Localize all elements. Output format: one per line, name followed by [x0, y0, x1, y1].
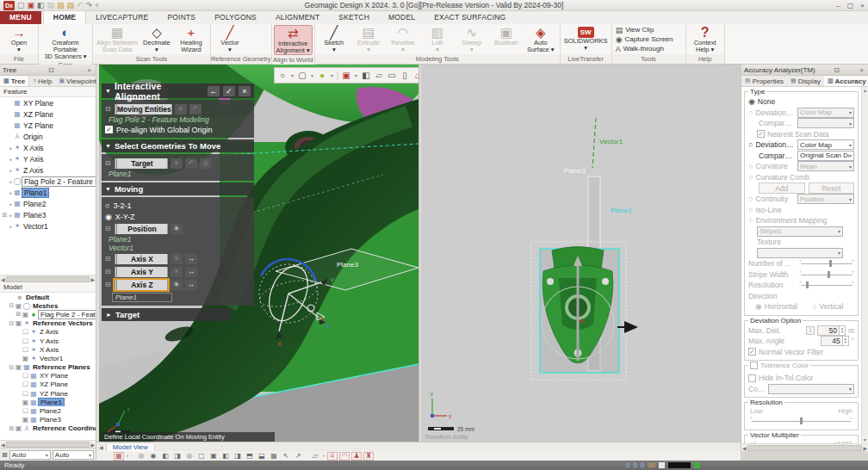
- flip-axis-icon[interactable]: ↔: [185, 280, 197, 290]
- import-scan-icon[interactable]: ▨: [67, 1, 75, 10]
- model-ref-coordinates[interactable]: ⊞ ▣ ⅄ Reference Coordinates: [0, 424, 96, 433]
- view-back-icon[interactable]: ▣: [208, 452, 219, 461]
- feature-y-axis[interactable]: ● ✶ Y Axis: [0, 153, 96, 164]
- pin-icon[interactable]: ⊡: [46, 66, 56, 74]
- app-logo[interactable]: Dx: [3, 1, 15, 10]
- method-xyz-radio[interactable]: ◉X-Y-Z: [105, 211, 251, 222]
- visibility-checkbox[interactable]: ▣: [22, 399, 29, 406]
- capture-screen-button[interactable]: ◉Capture Screen: [616, 35, 682, 44]
- ribbon-tab[interactable]: LIVECAPTURE: [86, 11, 158, 24]
- model-plane1[interactable]: ▣ ▦ Plane1: [0, 398, 96, 406]
- tab-scroll-left-icon[interactable]: ◀: [96, 444, 106, 450]
- expand-icon[interactable]: ⊞: [9, 425, 15, 432]
- tab-help[interactable]: ?Help: [29, 76, 55, 86]
- loft-button[interactable]: ▥Loft ▾: [420, 25, 455, 54]
- open-button[interactable]: →Open ▾: [2, 25, 36, 54]
- undo-icon[interactable]: ↶: [77, 1, 84, 10]
- expand-icon[interactable]: ⊞: [16, 311, 22, 318]
- radio-icon[interactable]: ○: [748, 206, 753, 214]
- feature-x-axis[interactable]: ● ✶ X Axis: [0, 142, 96, 153]
- continuity-select[interactable]: Position▾: [797, 194, 854, 204]
- compare-mesh-select[interactable]: Original Scan Data▾: [797, 151, 854, 161]
- filter-select-1[interactable]: Auto▾: [9, 450, 51, 460]
- undo-icon[interactable]: ↶: [189, 104, 202, 114]
- gear-icon[interactable]: ✳: [170, 254, 183, 264]
- radio-icon[interactable]: ◉: [748, 97, 755, 106]
- model-plane2[interactable]: ☐ ▦ Plane2: [0, 406, 96, 415]
- max-angle-spinner[interactable]: 45 ▲▼: [821, 336, 849, 346]
- view-rotate-left-icon[interactable]: ◧: [160, 452, 170, 461]
- close-icon[interactable]: ×: [85, 66, 93, 74]
- healing-wizard-button[interactable]: +Healing Wizard: [174, 25, 208, 54]
- ribbon-tab[interactable]: MODEL: [379, 11, 425, 24]
- seat-icon[interactable]: ♜: [363, 452, 374, 461]
- view-cube-icon[interactable]: ▢: [296, 69, 308, 82]
- avatar-icon[interactable]: ♟: [351, 452, 362, 461]
- ribbon-tab[interactable]: MENU: [0, 11, 41, 24]
- sketch-button[interactable]: ╱Sketch ▾: [317, 25, 351, 54]
- visibility-checkbox[interactable]: ☐: [22, 380, 29, 388]
- creaform-scanners-button[interactable]: ◐Creaform Portable 3D Scanners ▾: [40, 25, 90, 60]
- copy-view-icon[interactable]: ▱: [310, 452, 320, 461]
- target-button[interactable]: Target: [115, 158, 168, 169]
- radio-icon[interactable]: ○: [748, 173, 753, 182]
- visibility-checkbox[interactable]: ▣: [15, 424, 22, 432]
- quickbar-more-icon[interactable]: ▾: [95, 1, 99, 10]
- sweep-button[interactable]: ∿Sweep ▾: [455, 25, 489, 54]
- model-z-axis[interactable]: ☐ ✶ Z Axis: [0, 328, 96, 337]
- ribbon-tab[interactable]: POLYGONS: [205, 11, 266, 24]
- ruler-icon[interactable]: ≡: [327, 452, 338, 461]
- bi-caret[interactable]: ▾: [126, 452, 129, 461]
- right-view-canvas[interactable]: Vector1 Plane3 Plane1: [421, 65, 741, 442]
- model-tree-hscrollbar[interactable]: ◀▶: [0, 440, 96, 448]
- collapse-toggle[interactable]: ⊟: [105, 281, 112, 288]
- sep-1[interactable]: |: [336, 69, 339, 82]
- gear-icon[interactable]: ✳: [170, 158, 183, 169]
- tab-display[interactable]: ▦Display: [787, 76, 824, 86]
- model-xz-plane[interactable]: ☐ ▦ XZ Plane: [0, 380, 96, 389]
- stripe-width-slider[interactable]: ˄˄: [799, 270, 854, 279]
- ribbon-tab[interactable]: ALIGNMENT: [266, 11, 329, 24]
- feature-flag-pole[interactable]: ● ◯ Flag Pole 2 - Feature Mode: [0, 176, 96, 187]
- info-icon[interactable]: i: [806, 326, 815, 335]
- expand-icon[interactable]: ⊞: [2, 212, 8, 219]
- analyzer-vscrollbar[interactable]: ▲ ▼: [861, 87, 868, 443]
- color-select[interactable]: ▾: [768, 384, 854, 394]
- feature-plane3[interactable]: ⊞ ● ▦ Plane3: [0, 209, 96, 220]
- align-between-scan-data-button[interactable]: ▦Align Between Scan Data: [95, 25, 140, 54]
- model-plane3[interactable]: ▣ ▦ Plane3: [0, 416, 96, 424]
- target-collapsed-section[interactable]: ► Target: [102, 308, 231, 321]
- visibility-checkbox[interactable]: ▣: [22, 311, 29, 318]
- deviation-body-select[interactable]: Color Map▾: [797, 108, 854, 118]
- feature-xz-plane[interactable]: ▦ XZ Plane: [0, 108, 96, 120]
- paper-view-icon[interactable]: ▭: [386, 69, 398, 82]
- display-resolution-slider[interactable]: ˄˄: [750, 417, 852, 425]
- expand-icon[interactable]: ⊟: [9, 364, 15, 371]
- view-clip-button[interactable]: ▤View Clip: [616, 26, 682, 34]
- decimate-button[interactable]: ◇Decimate ▾: [140, 25, 174, 54]
- previous-view-icon[interactable]: ↗: [293, 452, 303, 461]
- model-flag-pole[interactable]: ⊞ ▣ ● Flag Pole 2 - Feature M: [0, 310, 96, 318]
- pin-icon[interactable]: ⊡: [832, 66, 841, 74]
- feature-yz-plane[interactable]: ▦ YZ Plane: [0, 120, 96, 131]
- method-321-radio[interactable]: ○3-2-1: [105, 200, 251, 211]
- redo-icon[interactable]: ↷: [86, 1, 93, 10]
- gear-icon[interactable]: ✳: [170, 267, 183, 277]
- view-rotate-right-icon[interactable]: ◨: [172, 452, 183, 461]
- ribbon-tab[interactable]: POINTS: [158, 11, 205, 24]
- visibility-checkbox[interactable]: ☐: [22, 328, 29, 336]
- radio-icon[interactable]: ○: [748, 195, 753, 203]
- select-geometries-header[interactable]: ▼ Select Geometries To Move: [102, 139, 254, 152]
- texture-select[interactable]: ▾: [757, 248, 843, 258]
- radio-icon[interactable]: ○: [748, 216, 753, 225]
- normal-view-icon[interactable]: ↖: [281, 452, 291, 461]
- copy-caret[interactable]: ▾: [322, 452, 326, 461]
- moving-entities-button[interactable]: Moving Entities: [115, 104, 172, 114]
- visibility-checkbox[interactable]: ▣: [22, 416, 29, 424]
- visibility-checkbox[interactable]: ☐: [22, 372, 29, 380]
- expand-icon[interactable]: ⊟: [9, 302, 15, 309]
- collapse-icon[interactable]: ▼: [105, 88, 111, 94]
- solidworks-button[interactable]: SWSOLIDWORKS ▾: [562, 25, 610, 54]
- zoom-area-icon[interactable]: ◎: [184, 452, 195, 461]
- clip-caret[interactable]: ▾: [353, 69, 359, 82]
